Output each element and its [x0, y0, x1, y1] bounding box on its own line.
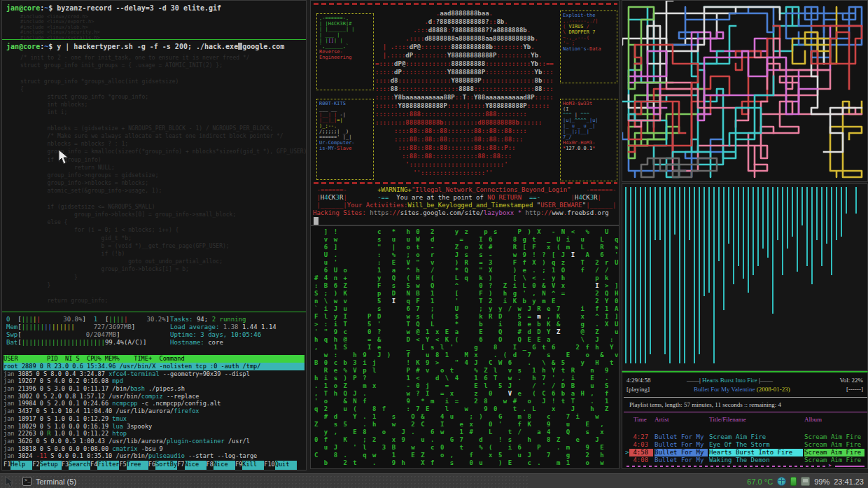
fkey-help[interactable]: F1Help: [4, 461, 32, 470]
col-title[interactable]: Title/Filename: [709, 416, 746, 424]
col-artist[interactable]: Artist: [654, 416, 669, 424]
cpu-temperature: 67.0 °C: [747, 477, 773, 486]
table-row[interactable]: jan 22263 0 R 1.0 0.1 0:11.22 htop: [4, 430, 304, 438]
matrix-window[interactable]: ] ! c * h 0 2 y z p s P ) X - N < % U P …: [310, 225, 620, 469]
fkey-filter[interactable]: F4Filter: [90, 461, 119, 470]
separator-magenta: [624, 412, 867, 412]
taskbar-texture: [0, 475, 529, 488]
col-album[interactable]: Album: [804, 416, 822, 424]
table-row[interactable]: root 2889 0 R 23.0 0.6 15:34.96 /usr/bin…: [4, 363, 304, 370]
list-item[interactable]: 4:27 Bullet For My Scream Aim Fire Screa…: [622, 433, 867, 441]
table-row[interactable]: jan 18818 0 S 0.0 0.0 0:08.00 cmatrix -b…: [4, 445, 304, 453]
volume-meter: [------]: [846, 386, 863, 393]
battery-icon[interactable]: [790, 477, 797, 486]
table-row[interactable]: jan 19267 0 S 4.0 0.2 0:16.08 mpd: [4, 377, 304, 385]
ascii-box-br: HoM3-$w33t (I^^^ | ^^^|u|_^^^^_|u||_ u _…: [560, 99, 617, 181]
ascii-box-tl: ,-======-,| |H4CK3R|#| |______| || ___ |…: [316, 13, 374, 90]
table-row[interactable]: jan 3002 0 S 2.0 0.8 1:57.12 /usr/bin/co…: [4, 393, 304, 400]
ascii-box-tr: Exploit-the,.------,./|( VIRUS / \ DROPP…: [560, 11, 617, 83]
htop-panel[interactable]: 0 [||||| 30.8%] 1 [||||| 30.2%]Mem[|||||…: [2, 314, 306, 470]
app-menu-icon[interactable]: [4, 476, 15, 487]
playlist-summary: Playlist tems, length: 57 minutes, 11 se…: [629, 401, 781, 409]
tmux-pane-divider: [2, 39, 306, 40]
red-dashed-border-bottom: [314, 182, 617, 184]
fkey-sortby[interactable]: F6SortBy: [148, 461, 177, 470]
playlist-progress[interactable]: ➤: [626, 464, 864, 468]
track-time: 4:29/4:58: [626, 377, 651, 384]
terminal-block-cursor: [314, 217, 318, 225]
ascii-box-bl: R00T-KITS ___ __|__| | -||__|_|=| )_;--.…: [316, 99, 374, 180]
table-row[interactable]: jan 3085 0 S 8.0 0.4 3:24.87 xfce4-termi…: [4, 370, 304, 378]
matrix-rain: ] ! c * h 0 2 y z p s P ) X - N < % U P …: [314, 228, 620, 467]
fkey-quit[interactable]: F10Quit: [264, 461, 297, 470]
battery-percent: 99%: [814, 477, 830, 486]
list-item[interactable]: 4:03 Bullet For My Eye Of The Storm Scre…: [622, 441, 867, 449]
htop-meters: 0 [||||| 30.8%] 1 [||||| 30.2%]Mem[|||||…: [6, 316, 169, 347]
taskbar: >_ Terminal (5) 67.0 °C 99% 23:41.23: [0, 473, 868, 488]
table-row[interactable]: jan 21396 0 S 3.0 0.1 0:11.17 /bin/bash …: [4, 385, 304, 393]
table-row[interactable]: jan 19984 0 S 2.0 0.1 0:24.66 ncmpcpp -c…: [4, 400, 304, 407]
window-button[interactable]: >_ Terminal (5): [22, 477, 76, 486]
separator: [624, 397, 867, 398]
shell-prompt-byzanz: jan@core:~$ byzanz-record --delay=3 -d 3…: [6, 4, 221, 13]
fkey-search[interactable]: F3Search: [62, 461, 90, 470]
ascii-skull-art: .aad8888888baa. .d:?888888888888?::8b. .…: [375, 9, 554, 177]
htop-table-header[interactable]: USER PID NI S CPU% MEM% TIME+ Command: [4, 355, 304, 363]
player-state: [playing]: [626, 386, 650, 393]
progress-arrow: ➤: [828, 462, 832, 469]
faint-kernel-includes: #include <linux/cred.h> #include <linux/…: [20, 15, 100, 41]
network-globe-icon[interactable]: [777, 477, 786, 486]
window-button-label: Terminal (5): [36, 477, 76, 486]
red-dashed-border-top: [314, 3, 617, 5]
table-row[interactable]: jan 3437 0 S 1.0 10.4 11:04.40 /usr/lib/…: [4, 407, 304, 415]
col-time[interactable]: Time: [634, 416, 647, 424]
fkey-nice[interactable]: F7Nice -: [177, 461, 206, 470]
table-row[interactable]: jan 18917 0 S 1.0 0.1 0:12.29 tmux: [4, 415, 304, 423]
volume-label[interactable]: Vol: 22%: [839, 377, 863, 384]
table-row[interactable]: jan 3024 -11 S 0.0 0.1 0:35.10 /usr/bin/…: [4, 452, 304, 460]
shell-prompt-hackertyper[interactable]: jan@core:~$ y | hackertyper.sh -g -f -s …: [6, 43, 284, 51]
faint-kernel-code: /* init to 2 - one for init_task, one to…: [20, 54, 307, 305]
now-playing-title: ——| Hearts Burst Into Fire |——: [687, 377, 773, 384]
hacker-art-window[interactable]: ,-======-,| |H4CK3R|#| |______| || ___ |…: [310, 0, 620, 225]
fkey-tree[interactable]: F5Tree: [119, 461, 148, 470]
terminal-window[interactable]: jan@core:~$ byzanz-record --delay=3 -d 3…: [1, 0, 307, 470]
fkey-setup[interactable]: F2Setup: [32, 461, 61, 470]
clock[interactable]: 23:41.23: [834, 477, 864, 486]
file-manager-icon[interactable]: [801, 477, 810, 486]
htop-function-keys[interactable]: F1HelpF2SetupF3SearchF4FilterF5TreeF6Sor…: [4, 461, 304, 470]
visualizer-window[interactable]: [622, 183, 868, 371]
list-item[interactable]: > 4:58 Bullet For My Hearts Burst Into F…: [622, 449, 867, 456]
mouse-cursor: [58, 149, 69, 166]
warning-banner: -======- +WARNING+"Illegal_Network_Conne…: [313, 186, 620, 217]
tmux-pane-divider-2: [2, 312, 306, 312]
pipes-window[interactable]: [622, 0, 868, 182]
table-row[interactable]: jan 3626 0 S 0.0 0.5 1:00.43 /usr/lib/au…: [4, 438, 304, 445]
table-row[interactable]: jan 18029 0 S 1.0 0.0 0:16.19 lua 3spook…: [4, 423, 304, 431]
now-playing-artist: Bullet For My Valentine (2008-01-23): [694, 386, 790, 393]
htop-process-table[interactable]: root 2889 0 R 23.0 0.6 15:34.96 /usr/bin…: [4, 363, 304, 460]
htop-info: Tasks: 94; 2 runningLoad average: 1.38 1…: [170, 316, 276, 347]
music-player-window[interactable]: 4:29/4:58 ——| Hearts Burst Into Fire |——…: [622, 371, 868, 469]
terminal-icon: >_: [22, 477, 31, 486]
pipes-screensaver: [622, 1, 867, 181]
fkey-nice[interactable]: F8Nice +: [206, 461, 235, 470]
fkey-kill[interactable]: F9Kill: [235, 461, 264, 470]
spectrum-bars: [625, 187, 868, 363]
